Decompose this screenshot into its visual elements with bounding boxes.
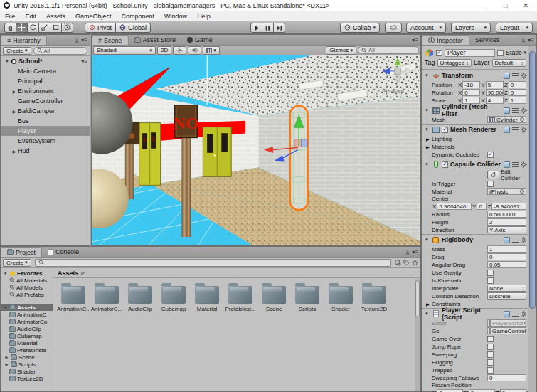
tab-scene[interactable]: # Scene: [92, 35, 129, 45]
preset-icon[interactable]: [512, 311, 519, 317]
hierarchy-item-gamecontroller[interactable]: GameController: [1, 96, 90, 106]
foldout-closed-icon[interactable]: ▶: [4, 362, 9, 366]
rect-tool-button[interactable]: [50, 23, 62, 33]
hugging-checkbox[interactable]: ✓: [487, 359, 494, 366]
folder-scripts[interactable]: Scripts: [292, 282, 323, 312]
play-button[interactable]: [250, 23, 262, 33]
gizmo-cube[interactable]: [395, 68, 401, 74]
transform-tool-button[interactable]: [61, 23, 73, 33]
layer-dropdown[interactable]: Default↕: [492, 59, 526, 67]
pause-button[interactable]: [262, 23, 274, 33]
folder-audioclip[interactable]: AudioClip: [124, 282, 156, 312]
search-by-label-icon[interactable]: [403, 260, 410, 266]
audio-toggle-button[interactable]: [188, 46, 201, 55]
foldout-open-icon[interactable]: ▼: [424, 73, 430, 78]
position-x-field[interactable]: -18: [462, 81, 480, 88]
hierarchy-item-principal[interactable]: Principal: [1, 76, 90, 86]
move-tool-button[interactable]: [16, 23, 28, 33]
panel-menu-icon[interactable]: ▾≡: [412, 249, 418, 255]
collision-detection-dropdown[interactable]: Discrete↕: [487, 292, 526, 300]
reference-icon[interactable]: [504, 161, 510, 168]
active-checkbox[interactable]: ✓: [436, 50, 442, 56]
rigidbody-header[interactable]: ▼ Rigidbody: [422, 235, 529, 245]
foldout-open-icon[interactable]: ▼: [3, 271, 8, 275]
materials-foldout[interactable]: ▶ Materials: [422, 143, 529, 150]
preset-icon[interactable]: [512, 127, 519, 132]
lock-icon[interactable]: [521, 38, 526, 43]
menu-help[interactable]: Help: [192, 13, 216, 20]
gear-icon[interactable]: [521, 127, 527, 133]
tree-folder-texture2d[interactable]: Texture2D: [1, 375, 53, 382]
folder-scene[interactable]: Scene: [258, 282, 289, 312]
tab-asset-store[interactable]: Asset Store: [129, 35, 182, 45]
reference-icon[interactable]: [504, 237, 510, 243]
transform-header[interactable]: ▼ Transform: [422, 70, 529, 80]
hierarchy-item-eventsystem[interactable]: EventSystem: [1, 136, 90, 146]
menu-file[interactable]: File: [0, 13, 21, 20]
is-kinematic-checkbox[interactable]: ✓: [487, 277, 494, 284]
frozen-y-field[interactable]: 0: [469, 389, 495, 392]
hierarchy-item-baldicamper[interactable]: ▶BaldiCamper: [1, 106, 90, 116]
foldout-closed-icon[interactable]: ▶: [4, 355, 9, 359]
reference-icon[interactable]: [504, 107, 510, 114]
lock-icon[interactable]: [405, 250, 410, 255]
gear-icon[interactable]: [521, 311, 527, 317]
tree-folder-scripts[interactable]: ▶Scripts: [1, 361, 53, 368]
mesh-object-field[interactable]: Cylinder: [487, 116, 526, 123]
gizmos-dropdown[interactable]: Gizmos ▾: [326, 46, 356, 55]
lock-icon[interactable]: [74, 38, 80, 43]
door-yellow-1[interactable]: [139, 123, 161, 186]
menu-component[interactable]: Component: [117, 13, 160, 20]
foldout-open-icon[interactable]: ▼: [424, 127, 430, 132]
scene-root-school[interactable]: ▼ School* ▾≡: [1, 56, 90, 66]
player-script-header[interactable]: ▼ Player Script (Script: [422, 309, 529, 319]
script-object-field[interactable]: PlayerScript: [487, 319, 526, 327]
search-by-type-icon[interactable]: [395, 260, 401, 266]
tab-console[interactable]: Console: [42, 247, 85, 257]
tab-project[interactable]: Project: [1, 247, 42, 257]
scale-z-field[interactable]: 1: [509, 97, 526, 104]
folder-material[interactable]: Material: [191, 282, 223, 312]
drag-field[interactable]: 0: [487, 253, 526, 260]
game-over-checkbox[interactable]: ✓: [487, 336, 494, 342]
center-y-field[interactable]: 0: [477, 203, 487, 210]
favorites-filter-icon[interactable]: [412, 260, 418, 266]
lighting-toggle-button[interactable]: [173, 46, 186, 55]
reference-icon[interactable]: [504, 127, 510, 133]
foldout-open-icon[interactable]: ▼: [4, 59, 11, 63]
tab-inspector[interactable]: i Inspector: [422, 35, 469, 45]
tree-folder-animatorcontroller[interactable]: AnimatorCo: [1, 318, 53, 325]
account-dropdown[interactable]: Account ▾: [406, 23, 446, 33]
tree-folder-cubemap[interactable]: Cubemap: [1, 332, 53, 339]
gear-icon[interactable]: [521, 161, 527, 168]
foldout-closed-icon[interactable]: ▶: [11, 89, 18, 94]
close-button[interactable]: ✕: [523, 2, 528, 9]
folder-animatorcontroller[interactable]: AnimatorC...: [91, 282, 122, 312]
tree-folder-audioclip[interactable]: AudioClip: [1, 325, 53, 332]
use-gravity-checkbox[interactable]: ✓: [487, 270, 494, 276]
hierarchy-item-player[interactable]: Player: [1, 126, 90, 136]
foldout-open-icon[interactable]: ▼: [424, 108, 430, 112]
tab-game[interactable]: Game: [181, 35, 218, 45]
menu-edit[interactable]: Edit: [21, 13, 42, 20]
reference-icon[interactable]: [504, 73, 510, 79]
gear-icon[interactable]: [521, 237, 527, 243]
gear-icon[interactable]: [521, 107, 527, 114]
mesh-renderer-header[interactable]: ▼ ✓ Mesh Renderer: [422, 125, 529, 134]
favorite-all-models[interactable]: All Models: [1, 284, 53, 291]
menu-assets[interactable]: Assets: [41, 13, 70, 20]
gameobject-name-field[interactable]: Player: [445, 49, 495, 57]
gc-object-field[interactable]: GameControlle: [487, 327, 526, 334]
tree-folder-animationclip[interactable]: AnimationC: [1, 311, 53, 318]
rotation-x-field[interactable]: 0: [462, 89, 480, 96]
position-z-field[interactable]: 0: [509, 81, 526, 88]
scrollbar-thumb[interactable]: [529, 51, 536, 309]
mass-field[interactable]: 1: [487, 245, 526, 253]
door-yellow-2[interactable]: [203, 127, 231, 177]
foldout-closed-icon[interactable]: ▶: [426, 137, 432, 142]
static-dropdown-arrow-icon[interactable]: ▾: [523, 50, 526, 55]
interpolate-dropdown[interactable]: None↕: [487, 285, 526, 292]
folder-cubemap[interactable]: Cubemap: [158, 282, 189, 312]
2d-toggle-button[interactable]: 2D: [157, 46, 171, 55]
sweeping-checkbox[interactable]: ✓: [487, 351, 494, 358]
